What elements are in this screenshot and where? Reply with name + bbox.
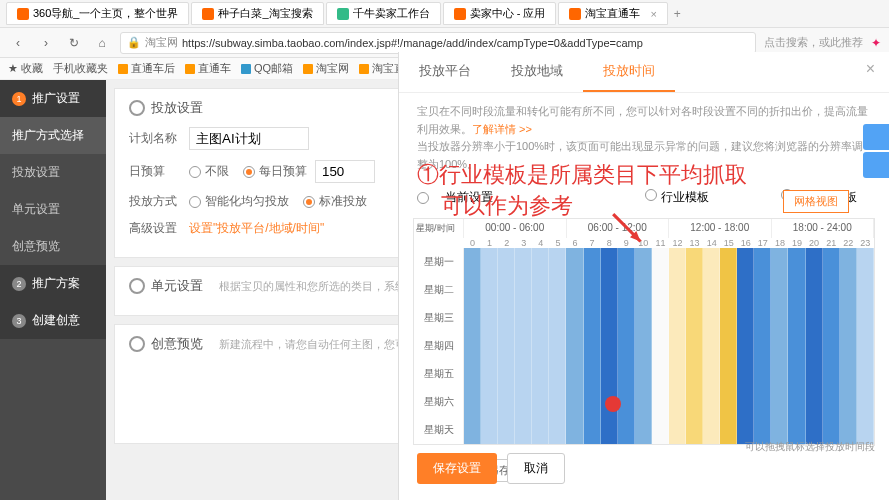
schedule-cell[interactable] [498, 360, 515, 388]
tab-0[interactable]: 360导航_一个主页，整个世界 [6, 2, 189, 25]
schedule-cell[interactable] [532, 360, 549, 388]
schedule-cell[interactable] [549, 276, 566, 304]
schedule-cell[interactable] [584, 304, 601, 332]
fav-button[interactable]: ★ 收藏 [8, 61, 43, 76]
schedule-cell[interactable] [806, 388, 823, 416]
schedule-cell[interactable] [703, 388, 720, 416]
schedule-cell[interactable] [618, 304, 635, 332]
schedule-cell[interactable] [532, 248, 549, 276]
schedule-cell[interactable] [532, 388, 549, 416]
schedule-cell[interactable] [498, 248, 515, 276]
schedule-cell[interactable] [686, 276, 703, 304]
tab-4[interactable]: 淘宝直通车× [558, 2, 667, 25]
schedule-cell[interactable] [857, 388, 874, 416]
schedule-cell[interactable] [703, 304, 720, 332]
schedule-cell[interactable] [652, 304, 669, 332]
schedule-cell[interactable] [464, 388, 481, 416]
bm-item[interactable]: 直通车后 [118, 61, 175, 76]
schedule-cell[interactable] [584, 360, 601, 388]
schedule-cell[interactable] [669, 332, 686, 360]
schedule-cell[interactable] [532, 416, 549, 444]
schedule-cell[interactable] [737, 360, 754, 388]
schedule-cell[interactable] [857, 304, 874, 332]
cancel-button[interactable]: 取消 [507, 453, 565, 484]
grid-view-button[interactable]: 网格视图 [783, 190, 849, 213]
radio-smart[interactable] [189, 196, 201, 208]
schedule-cell[interactable] [566, 416, 583, 444]
schedule-cell[interactable] [481, 416, 498, 444]
schedule-cell[interactable] [601, 416, 618, 444]
schedule-cell[interactable] [618, 360, 635, 388]
schedule-cell[interactable] [788, 304, 805, 332]
schedule-cell[interactable] [737, 304, 754, 332]
learn-more-link[interactable]: 了解详情 >> [472, 123, 532, 135]
schedule-cell[interactable] [840, 248, 857, 276]
schedule-cell[interactable] [635, 416, 652, 444]
schedule-cell[interactable] [686, 416, 703, 444]
schedule-cell[interactable] [515, 276, 532, 304]
schedule-cell[interactable] [669, 304, 686, 332]
budget-input[interactable] [315, 160, 375, 183]
save-button[interactable]: 保存设置 [417, 453, 497, 484]
schedule-cell[interactable] [601, 248, 618, 276]
schedule-cell[interactable] [823, 248, 840, 276]
schedule-cell[interactable] [857, 276, 874, 304]
schedule-cell[interactable] [720, 360, 737, 388]
schedule-cell[interactable] [686, 304, 703, 332]
schedule-cell[interactable] [806, 276, 823, 304]
tab-2[interactable]: 千牛卖家工作台 [326, 2, 441, 25]
close-icon[interactable]: × [650, 8, 656, 20]
schedule-cell[interactable] [566, 276, 583, 304]
float-btn-2[interactable] [863, 152, 889, 178]
schedule-cell[interactable] [498, 388, 515, 416]
schedule-cell[interactable] [601, 304, 618, 332]
schedule-cell[interactable] [464, 248, 481, 276]
day-row[interactable]: 星期六 [414, 388, 874, 416]
bm-item[interactable]: 手机收藏夹 [53, 61, 108, 76]
schedule-cell[interactable] [720, 304, 737, 332]
schedule-cell[interactable] [549, 304, 566, 332]
tab-1[interactable]: 种子白菜_淘宝搜索 [191, 2, 323, 25]
schedule-cell[interactable] [635, 332, 652, 360]
radio-standard[interactable] [303, 196, 315, 208]
schedule-cell[interactable] [601, 332, 618, 360]
schedule-cell[interactable] [686, 360, 703, 388]
schedule-cell[interactable] [652, 332, 669, 360]
schedule-cell[interactable] [532, 276, 549, 304]
url-input[interactable]: 🔒 淘宝网 https://subway.simba.taobao.com/in… [120, 32, 756, 54]
schedule-cell[interactable] [652, 388, 669, 416]
schedule-cell[interactable] [515, 388, 532, 416]
schedule-cell[interactable] [549, 360, 566, 388]
bm-item[interactable]: 淘宝网 [303, 61, 349, 76]
schedule-cell[interactable] [754, 276, 771, 304]
schedule-cell[interactable] [703, 416, 720, 444]
schedule-cell[interactable] [481, 248, 498, 276]
schedule-cell[interactable] [566, 360, 583, 388]
schedule-cell[interactable] [481, 276, 498, 304]
schedule-cell[interactable] [566, 248, 583, 276]
schedule-cell[interactable] [703, 360, 720, 388]
bm-item[interactable]: 直通车 [185, 61, 231, 76]
nav-item-preview[interactable]: 创意预览 [0, 228, 106, 265]
schedule-cell[interactable] [737, 276, 754, 304]
schedule-cell[interactable] [771, 276, 788, 304]
schedule-cell[interactable] [720, 332, 737, 360]
schedule-cell[interactable] [532, 332, 549, 360]
schedule-cell[interactable] [754, 388, 771, 416]
schedule-cell[interactable] [652, 416, 669, 444]
day-row[interactable]: 星期四 [414, 332, 874, 360]
bm-item[interactable]: QQ邮箱 [241, 61, 293, 76]
plan-name-input[interactable] [189, 127, 309, 150]
schedule-cell[interactable] [566, 304, 583, 332]
schedule-cell[interactable] [532, 304, 549, 332]
schedule-cell[interactable] [788, 276, 805, 304]
schedule-cell[interactable] [686, 388, 703, 416]
schedule-cell[interactable] [464, 304, 481, 332]
schedule-cell[interactable] [823, 332, 840, 360]
nav-item-mode[interactable]: 推广方式选择 [0, 117, 106, 154]
schedule-cell[interactable] [857, 360, 874, 388]
schedule-cell[interactable] [652, 360, 669, 388]
adv-settings-link[interactable]: 设置"投放平台/地域/时间" [189, 220, 324, 237]
schedule-cell[interactable] [823, 304, 840, 332]
schedule-cell[interactable] [549, 248, 566, 276]
